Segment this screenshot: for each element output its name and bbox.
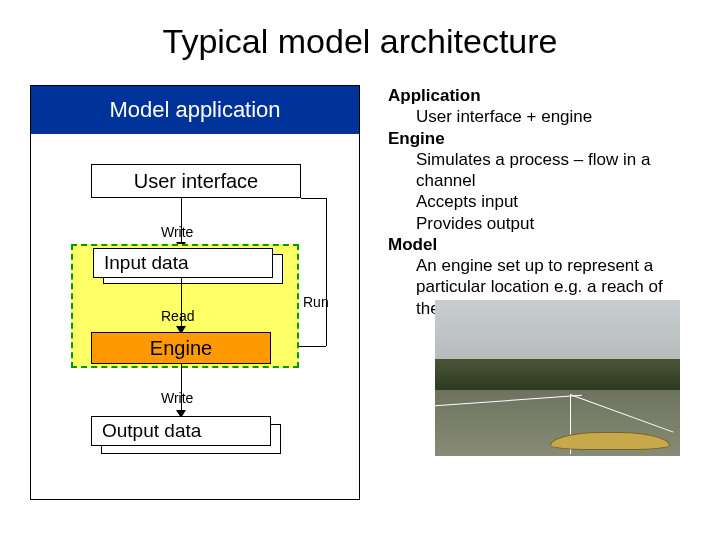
architecture-diagram: Model application User interface Write I… bbox=[30, 85, 360, 500]
write-label-1: Write bbox=[161, 224, 193, 240]
write-label-2: Write bbox=[161, 390, 193, 406]
photo-trees bbox=[435, 359, 680, 390]
term-model: Model bbox=[388, 234, 690, 255]
photo-line bbox=[570, 394, 674, 433]
user-interface-box: User interface bbox=[91, 164, 301, 198]
desc-engine-3: Provides output bbox=[388, 213, 690, 234]
run-label: Run bbox=[303, 294, 329, 310]
output-data-box: Output data bbox=[91, 416, 271, 446]
read-label: Read bbox=[161, 308, 194, 324]
photo-line bbox=[435, 395, 582, 406]
term-engine: Engine bbox=[388, 128, 690, 149]
river-photo bbox=[435, 300, 680, 456]
slide-title: Typical model architecture bbox=[0, 0, 720, 61]
connector bbox=[326, 198, 327, 346]
desc-engine-2: Accepts input bbox=[388, 191, 690, 212]
connector bbox=[301, 198, 326, 199]
canoe-icon bbox=[550, 432, 670, 450]
model-application-box: Model application bbox=[31, 86, 359, 134]
input-data-box: Input data bbox=[93, 248, 273, 278]
engine-box: Engine bbox=[91, 332, 271, 364]
photo-water bbox=[435, 390, 680, 456]
desc-application: User interface + engine bbox=[388, 106, 690, 127]
desc-engine-1: Simulates a process – flow in a channel bbox=[388, 149, 690, 192]
photo-sky bbox=[435, 300, 680, 359]
term-application: Application bbox=[388, 85, 690, 106]
